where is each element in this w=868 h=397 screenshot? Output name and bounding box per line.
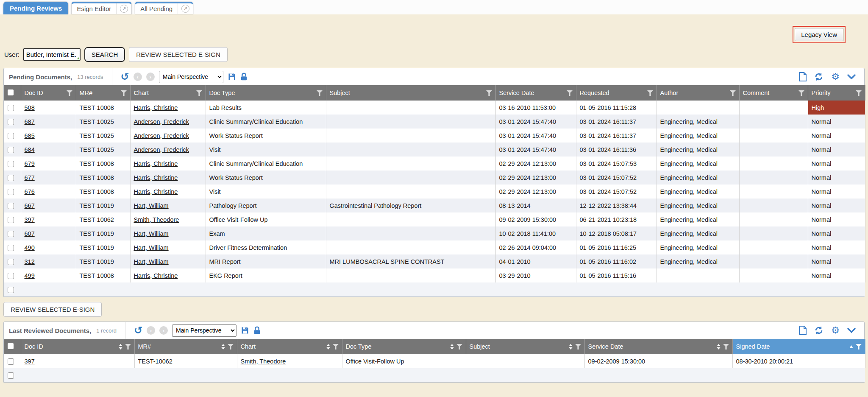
new-document-icon[interactable] [799,72,807,81]
sort-icon[interactable] [569,344,573,349]
review-selected-esign-button-top[interactable]: REVIEW SELECTED E-SIGN [129,47,227,62]
row-checkbox[interactable] [8,189,14,195]
row-checkbox[interactable] [8,259,14,265]
gear-icon[interactable] [831,72,840,81]
chart-link[interactable]: Hart, William [134,230,169,237]
filter-icon[interactable] [317,90,323,96]
filter-icon[interactable] [121,90,127,96]
column-header-subject[interactable]: Subject [466,339,584,354]
filter-icon[interactable] [798,90,804,96]
doc-id-link[interactable]: 679 [25,160,35,167]
lock-icon[interactable] [240,73,248,81]
row-checkbox[interactable] [8,358,14,365]
select-all-checkbox[interactable] [8,89,14,95]
column-header-doc-id[interactable]: Doc ID [21,85,76,101]
column-header-comment[interactable]: Comment [739,85,808,101]
filter-icon[interactable] [647,90,653,96]
column-header-doc-id[interactable]: Doc ID [21,339,134,354]
column-header-chart[interactable]: Chart [130,85,206,101]
row-checkbox[interactable] [8,161,14,167]
chart-link[interactable]: Anderson, Frederick [134,118,189,125]
chart-link[interactable]: Hart, William [134,258,169,265]
doc-id-link[interactable]: 676 [25,188,35,195]
refresh-icon[interactable] [814,326,823,335]
row-checkbox[interactable] [8,133,14,139]
column-header-requested[interactable]: Requested [576,85,657,101]
sort-icon[interactable] [450,344,454,349]
sort-icon[interactable] [119,344,122,349]
tab-all-pending[interactable]: All Pending [135,2,193,14]
doc-id-link[interactable]: 685 [25,132,35,139]
new-document-icon[interactable] [799,326,807,335]
row-checkbox[interactable] [8,372,14,379]
doc-id-link[interactable]: 397 [25,358,35,365]
doc-id-link[interactable]: 667 [25,202,35,209]
filter-icon[interactable] [486,90,492,96]
lock-icon[interactable] [253,326,261,335]
chart-link[interactable]: Anderson, Frederick [134,146,189,153]
filter-icon[interactable] [333,344,339,349]
filter-icon[interactable] [228,344,234,349]
column-header-service-date[interactable]: Service Date [584,339,732,354]
chart-link[interactable]: Harris, Christine [134,188,178,195]
column-header-subject[interactable]: Subject [326,85,495,101]
select-all-header[interactable] [4,85,21,101]
filter-icon[interactable] [723,344,729,349]
column-header-priority[interactable]: Priority [808,85,865,101]
sort-icon[interactable] [221,344,225,349]
select-all-checkbox[interactable] [8,343,14,349]
sort-icon[interactable] [717,344,721,349]
doc-id-link[interactable]: 607 [25,230,35,237]
filter-icon[interactable] [456,344,462,349]
column-header-chart[interactable]: Chart [237,339,342,354]
doc-id-link[interactable]: 499 [25,272,35,279]
row-checkbox[interactable] [8,245,14,251]
doc-id-link[interactable]: 397 [25,216,35,223]
column-header-signed-date[interactable]: Signed Date [732,339,865,354]
row-checkbox[interactable] [8,217,14,223]
undo-icon[interactable] [121,73,129,81]
filter-icon[interactable] [567,90,573,96]
doc-id-link[interactable]: 687 [25,118,35,125]
forward-icon[interactable]: › [159,326,168,335]
back-icon[interactable]: ‹ [147,326,155,335]
refresh-icon[interactable] [814,72,823,81]
save-perspective-icon[interactable] [241,326,249,335]
sort-icon[interactable] [326,344,330,349]
row-checkbox[interactable] [8,147,14,153]
filter-icon[interactable] [856,90,862,96]
external-link-icon[interactable] [120,5,128,13]
select-all-header[interactable] [4,339,21,354]
row-checkbox[interactable] [8,119,14,125]
sort-ascending-icon[interactable] [849,345,853,348]
chart-link[interactable]: Harris, Christine [134,160,178,167]
row-checkbox[interactable] [8,203,14,209]
doc-id-link[interactable]: 508 [25,104,35,111]
perspective-select[interactable]: Main Perspective [172,324,236,337]
filter-icon[interactable] [856,344,862,349]
doc-id-link[interactable]: 312 [25,258,35,265]
doc-id-link[interactable]: 677 [25,174,35,181]
user-input[interactable] [23,48,81,61]
filter-icon[interactable] [196,90,202,96]
collapse-chevron-icon[interactable] [847,74,856,79]
undo-icon[interactable] [134,326,142,335]
column-header-mr[interactable]: MR# [76,85,130,101]
legacy-view-button[interactable]: Legacy View [795,28,843,41]
chart-link[interactable]: Smith, Theodore [134,216,179,223]
external-link-icon[interactable] [181,5,189,13]
column-header-author[interactable]: Author [657,85,739,101]
chart-link[interactable]: Harris, Christine [134,104,178,111]
row-checkbox[interactable] [8,287,14,293]
review-selected-esign-button-bottom[interactable]: REVIEW SELECTED E-SIGN [3,302,102,317]
chart-link[interactable]: Hart, William [134,244,169,251]
doc-id-link[interactable]: 490 [25,244,35,251]
filter-icon[interactable] [125,344,131,349]
filter-icon[interactable] [575,344,581,349]
column-header-mr[interactable]: MR# [134,339,237,354]
row-checkbox[interactable] [8,273,14,279]
tab-pending-reviews[interactable]: Pending Reviews [3,2,68,14]
chart-link[interactable]: Harris, Christine [134,272,178,279]
doc-id-link[interactable]: 684 [25,146,35,153]
column-header-service-date[interactable]: Service Date [495,85,576,101]
